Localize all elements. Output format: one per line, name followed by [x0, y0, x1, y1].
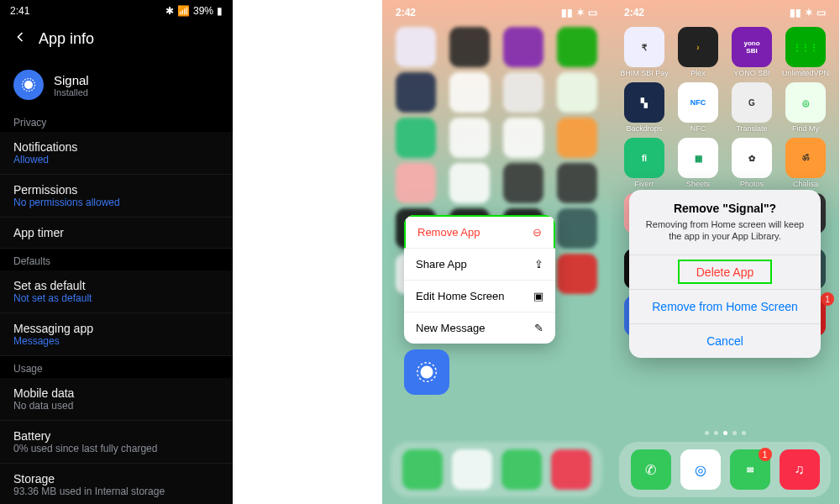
wifi-icon: ✶	[805, 7, 813, 18]
status-time: 2:41	[10, 5, 29, 17]
status-icons: ✱ 📶 39% ▮	[165, 5, 223, 17]
signal-icon: ▮▮	[790, 7, 801, 18]
battery-icon: ▭	[588, 7, 597, 18]
page-title: App info	[39, 30, 94, 48]
badge: 1	[759, 448, 772, 461]
badge: 1	[821, 292, 834, 306]
status-time: 2:42	[396, 7, 416, 18]
remove-app-item[interactable]: Remove App ⊖	[404, 215, 555, 249]
ios-delete-alert-screen: 2:42 ▮▮ ✶ ▭ ₹BHIM SBI Pay ›Plex yonoSBIY…	[611, 0, 839, 504]
status-icons: ▮▮ ✶ ▭	[790, 7, 826, 18]
battery-text: 39%	[193, 5, 213, 17]
remove-app-alert: Remove "Signal"? Removing from Home scre…	[629, 190, 821, 358]
mobile-data-row[interactable]: Mobile data No data used	[0, 378, 233, 421]
edit-home-screen-item[interactable]: Edit Home Screen ▣	[404, 281, 555, 312]
back-icon[interactable]	[12, 29, 29, 50]
compose-icon: ✎	[534, 322, 543, 334]
app-backdrops[interactable]: ▚Backdrops	[619, 82, 669, 133]
share-icon: ⇪	[534, 258, 543, 270]
app-translate[interactable]: GTranslate	[727, 82, 777, 133]
minus-circle-icon: ⊖	[533, 226, 542, 239]
app-chalisa[interactable]: ॐChalisa	[780, 138, 831, 188]
app-sheets[interactable]: ▦Sheets	[673, 138, 723, 188]
dock-blurred	[391, 442, 602, 497]
battery-icon: ▮	[217, 5, 223, 17]
ios-status-bar: 2:42 ▮▮ ✶ ▭	[382, 0, 611, 22]
set-as-default-row[interactable]: Set as default Not set as default	[0, 270, 233, 313]
dock-phone[interactable]: ✆	[631, 449, 671, 490]
dock-music[interactable]: ♫	[780, 449, 820, 490]
ios-context-menu-screen: 2:42 ▮▮ ✶ ▭ Remove App ⊖ Share App ⇪ Edi…	[382, 0, 611, 504]
app-findmy[interactable]: ◎Find My	[780, 82, 831, 133]
app-plex[interactable]: ›Plex	[673, 27, 723, 77]
app-fiverr[interactable]: fiFiverr	[619, 138, 669, 188]
app-photos[interactable]: ✿Photos	[727, 138, 777, 188]
share-app-item[interactable]: Share App ⇪	[404, 249, 555, 281]
ios-status-bar: 2:42 ▮▮ ✶ ▭	[611, 0, 839, 22]
gap	[233, 0, 382, 504]
dock: ✆ ◎ ✉1 ♫	[619, 442, 831, 497]
app-context-menu: Remove App ⊖ Share App ⇪ Edit Home Scree…	[404, 215, 555, 344]
app-yono[interactable]: yonoSBIYONO SBI	[727, 27, 777, 77]
status-icons: ▮▮ ✶ ▭	[561, 7, 597, 18]
privacy-section-label: Privacy	[0, 110, 233, 132]
bluetooth-icon: ✱	[165, 5, 174, 17]
new-message-item[interactable]: New Message ✎	[404, 312, 555, 344]
remove-from-home-button[interactable]: Remove from Home Screen	[629, 289, 821, 323]
app-vpn[interactable]: ⋮⋮⋮UnlimitedVPN	[780, 27, 831, 77]
messaging-app-row[interactable]: Messaging app Messages	[0, 313, 233, 356]
storage-row[interactable]: Storage 93.36 MB used in Internal storag…	[0, 464, 233, 504]
context-app-icon[interactable]	[404, 349, 449, 395]
svg-point-5	[421, 366, 433, 379]
page-indicator[interactable]	[611, 431, 839, 435]
app-header: Signal Installed	[0, 60, 233, 110]
volte-icon: 📶	[177, 5, 190, 17]
defaults-section-label: Defaults	[0, 249, 233, 270]
permissions-row[interactable]: Permissions No permissions allowed	[0, 175, 233, 218]
alert-title: Remove "Signal"?	[644, 202, 806, 215]
signal-icon: ▮▮	[561, 7, 573, 18]
apps-icon: ▣	[533, 290, 543, 302]
battery-icon: ▭	[816, 7, 826, 18]
signal-app-icon	[13, 70, 44, 100]
android-status-bar: 2:41 ✱ 📶 39% ▮	[0, 0, 233, 22]
cancel-button[interactable]: Cancel	[629, 323, 821, 358]
highlight-box	[678, 260, 772, 284]
alert-message: Removing from Home screen will keep the …	[644, 218, 806, 243]
status-time: 2:42	[624, 7, 644, 18]
android-app-info-screen: 2:41 ✱ 📶 39% ▮ App info Signal Installed…	[0, 0, 233, 504]
notifications-row[interactable]: Notifications Allowed	[0, 132, 233, 175]
app-state: Installed	[54, 87, 89, 97]
app-bhim[interactable]: ₹BHIM SBI Pay	[619, 27, 669, 77]
usage-section-label: Usage	[0, 356, 233, 378]
dock-safari[interactable]: ◎	[680, 449, 721, 490]
battery-row[interactable]: Battery 0% used since last fully charged	[0, 421, 233, 464]
titlebar: App info	[0, 22, 233, 60]
app-timer-row[interactable]: App timer	[0, 218, 233, 249]
app-name: Signal	[54, 73, 89, 87]
wifi-icon: ✶	[576, 7, 585, 18]
app-nfc[interactable]: NFCNFC	[673, 82, 723, 133]
